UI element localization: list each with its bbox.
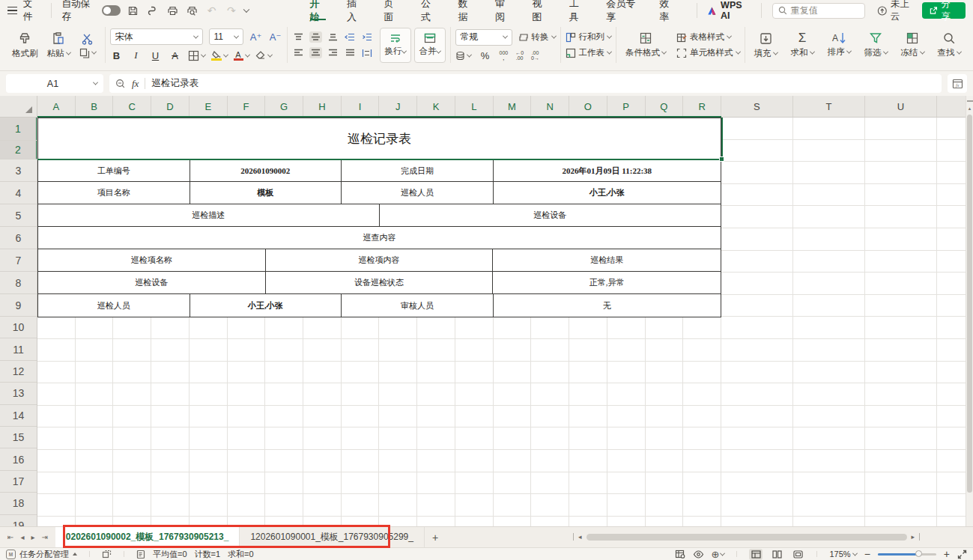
selection-mode-icon[interactable]: [102, 550, 112, 559]
col-header-e[interactable]: E: [190, 96, 228, 117]
tab-home[interactable]: 开始: [300, 0, 336, 21]
name-box[interactable]: A1: [6, 74, 103, 93]
cell-value[interactable]: 小王,小张: [494, 182, 721, 204]
formula-input[interactable]: fx 巡检记录表: [109, 74, 942, 93]
col-header-g[interactable]: G: [265, 96, 303, 117]
cell-value[interactable]: 正常,异常: [493, 272, 721, 293]
row-header-4[interactable]: 4: [0, 182, 37, 204]
row-header-12[interactable]: 12: [0, 361, 37, 383]
sum-button[interactable]: Σ 求和: [786, 31, 819, 58]
tab-data[interactable]: 数据: [447, 0, 484, 21]
tab-membership[interactable]: 会员专享: [595, 0, 649, 21]
strikethrough-button[interactable]: A: [169, 50, 182, 61]
col-header-p[interactable]: P: [607, 96, 646, 117]
currency-button[interactable]: [455, 51, 471, 61]
font-color-button[interactable]: A: [234, 51, 249, 61]
fullscreen-icon[interactable]: [957, 550, 967, 559]
add-sheet-button[interactable]: +: [425, 527, 446, 547]
col-header-t[interactable]: T: [793, 96, 865, 117]
vertical-scrollbar[interactable]: ▴: [966, 96, 973, 526]
clear-format-button[interactable]: [255, 51, 272, 60]
paste-button[interactable]: 粘贴: [43, 31, 75, 59]
tab-view[interactable]: 视图: [521, 0, 558, 21]
row-header-5[interactable]: 5: [0, 204, 37, 227]
row-header-1[interactable]: 1: [0, 118, 37, 141]
grow-font-button[interactable]: A⁺: [249, 31, 263, 43]
zoom-in-button[interactable]: +: [944, 548, 950, 560]
percent-button[interactable]: %: [479, 50, 492, 61]
underline-button[interactable]: U: [149, 50, 163, 61]
conditional-format-button[interactable]: 条件格式: [621, 31, 670, 58]
cell-label[interactable]: 巡检项名称: [38, 249, 266, 271]
normal-view-button[interactable]: [749, 549, 763, 560]
table-style-button[interactable]: 表格样式: [676, 31, 740, 43]
zoom-level-button[interactable]: 175%: [829, 550, 856, 559]
col-header-u[interactable]: U: [865, 96, 937, 117]
distributed-icon[interactable]: [361, 47, 374, 58]
align-middle-icon[interactable]: [309, 31, 322, 43]
align-left-icon[interactable]: [292, 47, 305, 58]
zoom-out-button[interactable]: −: [864, 548, 870, 560]
vertical-scroll-thumb[interactable]: [967, 115, 972, 493]
tab-formula[interactable]: 公式: [410, 0, 447, 21]
col-header-n[interactable]: N: [531, 96, 569, 117]
cell-label[interactable]: 巡检人员: [38, 294, 190, 317]
prev-sheet-icon[interactable]: ◂: [20, 533, 24, 541]
row-header-14[interactable]: 14: [0, 405, 37, 427]
cell-label[interactable]: 巡检项内容: [266, 249, 494, 271]
file-menu[interactable]: 文件: [23, 0, 40, 23]
row-header-6[interactable]: 6: [0, 227, 37, 249]
row-header-17[interactable]: 17: [0, 471, 37, 493]
cut-copy-buttons[interactable]: [75, 32, 100, 58]
cell-label[interactable]: 审核人员: [342, 294, 494, 317]
decrease-indent-icon[interactable]: [344, 31, 357, 43]
scroll-left-icon[interactable]: ◂: [578, 533, 582, 541]
zoom-slider-knob[interactable]: [915, 550, 922, 557]
cell-value[interactable]: 2026年01月09日 11:22:38: [494, 160, 721, 181]
sheet-tab-active[interactable]: 0202601090002_模板_1767930905213_: [55, 527, 240, 547]
wrap-text-button[interactable]: 换行: [380, 28, 411, 63]
cell-label[interactable]: 巡检结果: [493, 249, 721, 271]
redo-icon[interactable]: ↷: [225, 3, 238, 18]
search-input[interactable]: 重复值: [772, 3, 865, 19]
page-break-view-button[interactable]: [791, 549, 804, 560]
cell-label[interactable]: 工单编号: [38, 160, 190, 181]
horizontal-scroll-thumb[interactable]: [586, 534, 907, 541]
fx-icon[interactable]: fx: [132, 78, 139, 90]
cell-label[interactable]: 巡检人员: [342, 182, 494, 204]
precision-select-button[interactable]: ⊕: [712, 549, 725, 560]
find-button[interactable]: 查找: [933, 31, 966, 58]
row-header-16[interactable]: 16: [0, 448, 37, 470]
convert-button[interactable]: 转换: [518, 31, 556, 43]
zoom-slider[interactable]: [878, 553, 936, 556]
row-header-19[interactable]: 19: [0, 515, 37, 526]
eye-protection-icon[interactable]: [693, 550, 704, 559]
cell-value[interactable]: 模板: [190, 182, 342, 204]
scroll-right-icon[interactable]: ▸: [912, 533, 915, 541]
outline-icon[interactable]: [136, 550, 145, 559]
wps-ai-button[interactable]: WPS AI: [707, 0, 750, 21]
filter-button[interactable]: 筛选: [860, 31, 892, 58]
autosave-toggle[interactable]: [102, 5, 121, 16]
task-pane-toggle[interactable]: fx: [948, 74, 967, 93]
sort-button[interactable]: A 排序: [823, 32, 855, 58]
col-header-i[interactable]: I: [342, 96, 380, 117]
font-name-select[interactable]: 宋体: [110, 28, 203, 45]
cell-value[interactable]: 202601090002: [190, 160, 342, 181]
cell-style-button[interactable]: 单元格样式: [676, 47, 740, 58]
col-header-l[interactable]: L: [455, 96, 494, 117]
increase-decimal-button[interactable]: ←0.00: [515, 50, 524, 61]
row-header-18[interactable]: 18: [0, 493, 37, 514]
next-sheet-icon[interactable]: ▸: [31, 533, 34, 541]
task-manager-button[interactable]: M 任务分配管理: [6, 549, 77, 560]
cell-title[interactable]: 巡检记录表: [38, 118, 721, 159]
export-icon[interactable]: [146, 3, 160, 18]
align-bottom-icon[interactable]: [327, 31, 339, 43]
row-header-10[interactable]: 10: [0, 317, 37, 338]
bold-button[interactable]: B: [110, 50, 124, 61]
row-header-9[interactable]: 9: [0, 294, 37, 317]
italic-button[interactable]: I: [130, 49, 143, 61]
col-header-j[interactable]: J: [379, 96, 417, 117]
cell-value[interactable]: 小王,小张: [190, 294, 342, 317]
cell-label[interactable]: 巡检描述: [38, 204, 380, 226]
